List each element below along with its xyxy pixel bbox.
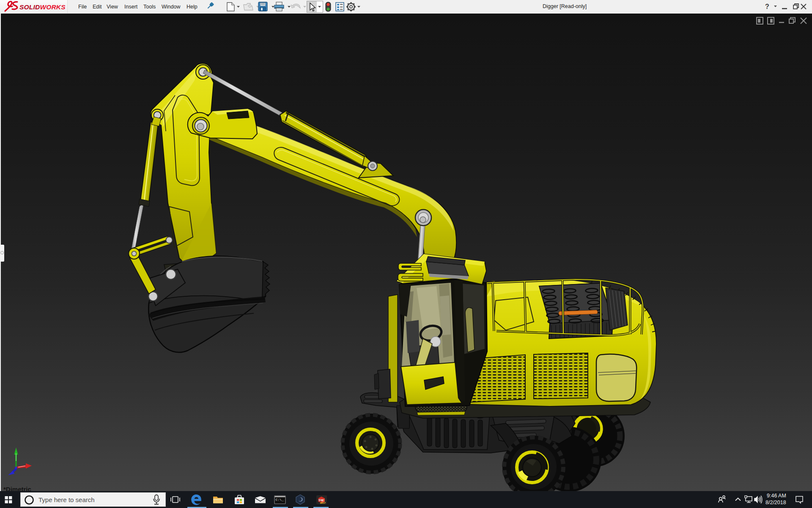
- svg-text:SOLIDWORKS: SOLIDWORKS: [19, 3, 66, 11]
- svg-text:C:\_: C:\_: [276, 498, 284, 502]
- svg-text:2017: 2017: [320, 502, 326, 504]
- svg-text:?: ?: [765, 3, 769, 10]
